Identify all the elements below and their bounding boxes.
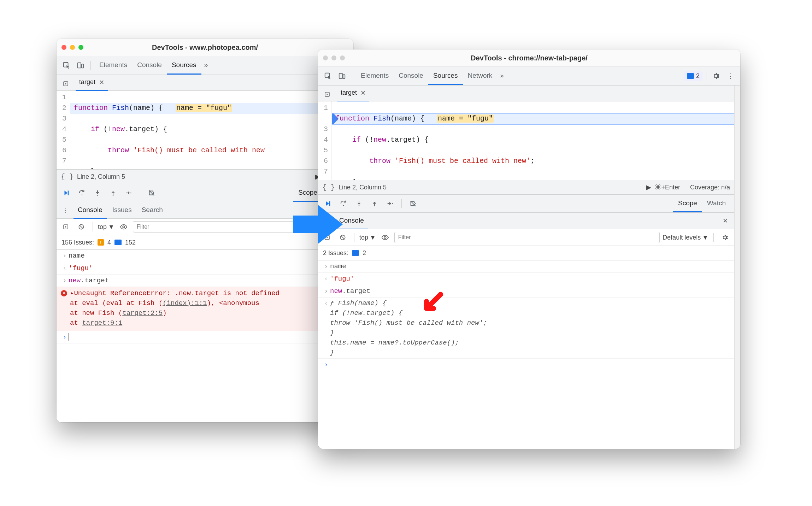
traffic-lights (61, 45, 83, 50)
debugger-toolbar: Scope Watch (57, 184, 353, 202)
navigator-toggle-icon[interactable] (59, 78, 72, 87)
tab-console[interactable]: Console (132, 56, 167, 75)
live-expression-icon[interactable] (117, 220, 130, 233)
step-out-icon[interactable] (368, 197, 381, 210)
log-levels-selector[interactable]: Default levels ▼ (663, 234, 708, 241)
file-bar: target ✕ (318, 86, 734, 101)
scrollbar[interactable] (734, 86, 740, 449)
console-log[interactable]: ›name ‹'fugu' ›new.target ✕ ▸Uncaught Re… (57, 250, 353, 422)
svg-rect-2 (82, 64, 84, 68)
console-output: 'fugu' (330, 273, 730, 284)
titlebar: DevTools - www.photopea.com/ (57, 39, 353, 56)
traffic-lights (323, 55, 345, 60)
pretty-print-icon[interactable]: { } (322, 183, 339, 192)
context-selector[interactable]: top ▼ (359, 234, 376, 241)
step-over-icon[interactable] (76, 187, 88, 199)
issues-summary: 156 Issues: (61, 239, 94, 246)
close-window-button[interactable] (323, 55, 328, 60)
resume-icon[interactable] (322, 197, 334, 210)
close-window-button[interactable] (61, 45, 66, 50)
warning-icon: ! (98, 239, 104, 246)
svg-point-8 (130, 193, 131, 194)
pretty-print-icon[interactable]: { } (61, 173, 77, 181)
close-drawer-icon[interactable]: ✕ (719, 214, 731, 227)
drawer-menu-icon[interactable]: ⋮ (321, 214, 334, 227)
console-settings-icon[interactable] (719, 231, 731, 244)
message-icon (114, 240, 122, 245)
zoom-window-button[interactable] (340, 55, 345, 60)
titlebar: DevTools - chrome://new-tab-page/ (318, 49, 740, 67)
drawer-header: ⋮ Console ✕ (318, 213, 734, 229)
message-badge[interactable]: 2 (684, 71, 702, 81)
filter-input[interactable] (133, 221, 328, 233)
console-output: ƒ Fish(name) { if (!new.target) { throw … (330, 298, 730, 358)
issues-bar[interactable]: 2 Issues: 2 (318, 246, 734, 260)
warning-count: 4 (107, 239, 111, 246)
step-over-icon[interactable] (337, 197, 350, 210)
console-prompt[interactable] (69, 333, 349, 341)
code-editor[interactable]: 1 2 3 4 5 6 7 function Fish(name) { name… (57, 91, 353, 169)
scope-tab[interactable]: Scope (673, 195, 702, 212)
deactivate-breakpoints-icon[interactable] (145, 187, 158, 199)
stack-link[interactable]: target:9:1 (82, 319, 122, 327)
console-sidebar-toggle-icon[interactable] (59, 220, 72, 233)
issues-bar[interactable]: 156 Issues: ! 4 152 (57, 235, 353, 250)
debugger-toolbar: Scope Watch (318, 194, 734, 213)
tab-more[interactable]: » (201, 56, 211, 75)
tab-console[interactable]: Console (394, 67, 428, 85)
console-error: ✕ ▸Uncaught ReferenceError: .new.target … (57, 287, 353, 331)
tab-sources[interactable]: Sources (428, 67, 463, 85)
settings-icon[interactable] (710, 70, 723, 82)
close-tab-icon[interactable]: ✕ (360, 89, 366, 97)
live-expression-icon[interactable] (379, 231, 392, 244)
stack-link[interactable]: (index):1:1 (163, 299, 207, 307)
tab-elements[interactable]: Elements (356, 67, 394, 85)
run-snippet-icon[interactable]: ▶ (646, 183, 651, 191)
minimize-window-button[interactable] (331, 55, 336, 60)
console-input: new.target (330, 286, 730, 296)
drawer-header: ⋮ Console Issues Search (57, 202, 353, 219)
zoom-window-button[interactable] (78, 45, 83, 50)
tab-network[interactable]: Network (463, 67, 498, 85)
filter-input[interactable] (394, 232, 660, 243)
tab-elements[interactable]: Elements (94, 56, 132, 75)
clear-console-icon[interactable] (75, 220, 88, 233)
window-title: DevTools - chrome://new-tab-page/ (318, 54, 740, 62)
drawer-tab-console[interactable]: Console (335, 212, 368, 230)
svg-point-19 (374, 205, 375, 206)
close-tab-icon[interactable]: ✕ (99, 78, 104, 86)
inspect-element-icon[interactable] (322, 70, 334, 82)
step-icon[interactable] (384, 197, 396, 210)
panel-tabs: Elements Console Sources Network » (356, 67, 507, 85)
device-toolbar-icon[interactable] (336, 70, 348, 82)
console-log[interactable]: ›name ‹'fugu' ›new.target ‹ ƒ Fish(name)… (318, 260, 734, 449)
message-count: 2 (363, 249, 366, 257)
file-tab-target[interactable]: target ✕ (76, 75, 108, 91)
step-into-icon[interactable] (91, 187, 104, 199)
drawer-menu-icon[interactable]: ⋮ (59, 204, 72, 217)
tab-sources[interactable]: Sources (167, 56, 201, 75)
tab-more[interactable]: » (497, 67, 507, 85)
inspect-element-icon[interactable] (60, 59, 73, 72)
context-selector[interactable]: top ▼ (98, 223, 114, 231)
step-icon[interactable] (122, 187, 135, 199)
device-toolbar-icon[interactable] (74, 59, 87, 72)
watch-tab[interactable]: Watch (702, 195, 731, 212)
stack-link[interactable]: target:2:5 (122, 309, 163, 317)
svg-rect-14 (343, 75, 345, 78)
console-sidebar-toggle-icon[interactable] (321, 231, 334, 244)
step-into-icon[interactable] (353, 197, 365, 210)
resume-icon[interactable] (60, 187, 73, 199)
drawer-tab-search[interactable]: Search (137, 202, 167, 219)
drawer-tab-console[interactable]: Console (73, 202, 107, 219)
drawer-tab-issues[interactable]: Issues (108, 202, 136, 219)
message-count: 152 (125, 239, 136, 246)
main-toolbar: Elements Console Sources » ✕ 1 (57, 56, 353, 75)
code-editor[interactable]: 1 2 3 4 5 6 7 function Fish(name) { name… (318, 101, 734, 180)
clear-console-icon[interactable] (336, 231, 349, 244)
console-input: name (330, 261, 730, 272)
minimize-window-button[interactable] (70, 45, 75, 50)
step-out-icon[interactable] (107, 187, 119, 199)
deactivate-breakpoints-icon[interactable] (407, 197, 419, 210)
kebab-menu-icon[interactable]: ⋮ (724, 70, 737, 82)
